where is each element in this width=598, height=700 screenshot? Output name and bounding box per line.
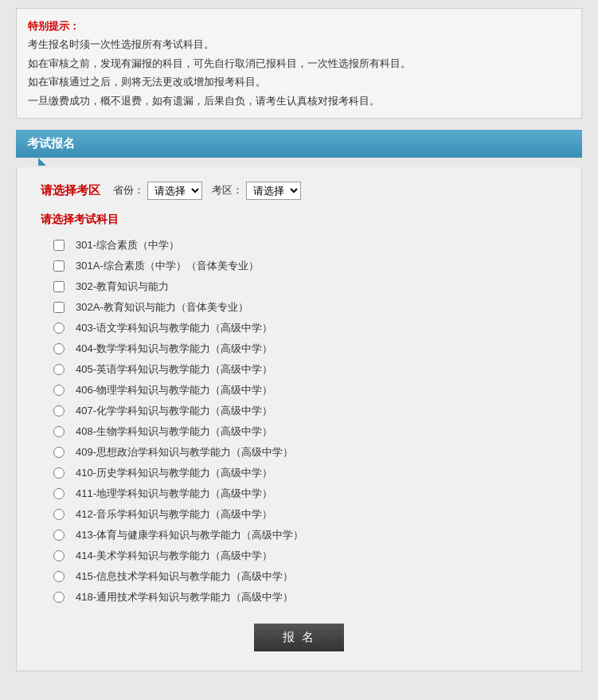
district-select[interactable]: 请选择 xyxy=(246,182,301,200)
subject-label-408: 408-生物学科知识与教学能力（高级中学） xyxy=(76,424,272,439)
subject-label-302: 302-教育知识与能力 xyxy=(76,280,169,294)
section-header-arrow xyxy=(38,158,46,166)
subject-label-412: 412-音乐学科知识与教学能力（高级中学） xyxy=(76,507,272,522)
subject-label-409: 409-思想政治学科知识与教学能力（高级中学） xyxy=(76,445,293,459)
district-field: 考区： 请选择 xyxy=(212,182,301,200)
subject-radio-414[interactable] xyxy=(53,550,64,561)
subject-title: 请选择考试科目 xyxy=(41,213,557,227)
list-item: 409-思想政治学科知识与教学能力（高级中学） xyxy=(41,442,557,463)
subject-radio-404[interactable] xyxy=(53,343,64,354)
list-item: 411-地理学科知识与教学能力（高级中学） xyxy=(41,483,557,504)
list-item: 404-数学学科知识与教学能力（高级中学） xyxy=(41,338,557,359)
notice-title: 特别提示： xyxy=(28,17,570,35)
section-header-wrapper: 考试报名 xyxy=(16,130,582,167)
subject-checkbox-301a[interactable] xyxy=(53,260,64,272)
arrow-wrapper xyxy=(16,158,582,167)
list-item: 301-综合素质（中学） xyxy=(41,235,557,256)
list-item: 408-生物学科知识与教学能力（高级中学） xyxy=(41,421,557,442)
subject-label-411: 411-地理学科知识与教学能力（高级中学） xyxy=(76,487,272,501)
subject-checkbox-302a[interactable] xyxy=(53,302,64,313)
notice-line-1: 考生报名时须一次性选报所有考试科目。 xyxy=(28,35,570,53)
province-label: 省份： xyxy=(113,183,144,197)
list-item: 414-美术学科知识与教学能力（高级中学） xyxy=(41,546,557,566)
region-row: 请选择考区 省份： 请选择 考区： 请选择 xyxy=(41,182,557,200)
subject-label-407: 407-化学学科知识与教学能力（高级中学） xyxy=(76,404,272,418)
subject-checkbox-301[interactable] xyxy=(53,240,64,251)
subject-label-418: 418-通用技术学科知识与教学能力（高级中学） xyxy=(76,590,293,604)
subject-radio-406[interactable] xyxy=(53,385,64,396)
subject-label-415: 415-信息技术学科知识与教学能力（高级中学） xyxy=(76,569,293,584)
notice-line-4: 一旦缴费成功，概不退费，如有遗漏，后果自负，请考生认真核对报考科目。 xyxy=(28,92,570,110)
list-item: 412-音乐学科知识与教学能力（高级中学） xyxy=(41,504,557,525)
list-item: 410-历史学科知识与教学能力（高级中学） xyxy=(41,463,557,483)
list-item: 301A-综合素质（中学）（音体美专业） xyxy=(41,256,557,276)
subject-radio-410[interactable] xyxy=(53,467,64,479)
subject-label-405: 405-英语学科知识与教学能力（高级中学） xyxy=(76,362,272,377)
subject-radio-405[interactable] xyxy=(53,364,64,375)
section-header: 考试报名 xyxy=(16,130,582,158)
province-select[interactable]: 请选择 xyxy=(147,182,202,200)
subject-label-301: 301-综合素质（中学） xyxy=(76,238,179,252)
district-label: 考区： xyxy=(212,183,243,197)
list-item: 407-化学学科知识与教学能力（高级中学） xyxy=(41,401,557,421)
subject-label-404: 404-数学学科知识与教学能力（高级中学） xyxy=(76,342,272,356)
list-item: 403-语文学科知识与教学能力（高级中学） xyxy=(41,318,557,338)
region-label: 请选择考区 xyxy=(41,183,100,198)
list-item: 302A-教育知识与能力（音体美专业） xyxy=(41,297,557,318)
subject-radio-403[interactable] xyxy=(53,323,64,334)
subject-checkbox-302[interactable] xyxy=(53,281,64,292)
subject-radio-408[interactable] xyxy=(53,426,64,437)
subject-radio-411[interactable] xyxy=(53,488,64,499)
notice-box: 特别提示： 考生报名时须一次性选报所有考试科目。 如在审核之前，发现有漏报的科目… xyxy=(16,8,582,119)
notice-line-2: 如在审核之前，发现有漏报的科目，可先自行取消已报科目，一次性选报所有科目。 xyxy=(28,54,570,72)
subject-radio-415[interactable] xyxy=(53,571,64,582)
button-row: 报 名 xyxy=(41,624,557,651)
subject-label-413: 413-体育与健康学科知识与教学能力（高级中学） xyxy=(76,528,303,542)
list-item: 413-体育与健康学科知识与教学能力（高级中学） xyxy=(41,525,557,546)
page-wrapper: 特别提示： 考生报名时须一次性选报所有考试科目。 如在审核之前，发现有漏报的科目… xyxy=(0,0,598,687)
list-item: 418-通用技术学科知识与教学能力（高级中学） xyxy=(41,587,557,608)
list-item: 405-英语学科知识与教学能力（高级中学） xyxy=(41,359,557,380)
list-item: 406-物理学科知识与教学能力（高级中学） xyxy=(41,380,557,401)
subject-label-414: 414-美术学科知识与教学能力（高级中学） xyxy=(76,549,272,563)
form-area: 请选择考区 省份： 请选择 考区： 请选择 请选择考试科目 301-综合素质（中… xyxy=(16,167,582,671)
list-item: 415-信息技术学科知识与教学能力（高级中学） xyxy=(41,566,557,587)
subject-radio-413[interactable] xyxy=(53,530,64,541)
subject-radio-409[interactable] xyxy=(53,447,64,458)
subject-label-302a: 302A-教育知识与能力（音体美专业） xyxy=(76,300,248,315)
subject-label-410: 410-历史学科知识与教学能力（高级中学） xyxy=(76,466,272,480)
register-button[interactable]: 报 名 xyxy=(254,624,343,651)
subject-radio-412[interactable] xyxy=(53,509,64,520)
province-field: 省份： 请选择 xyxy=(113,182,202,200)
subject-radio-407[interactable] xyxy=(53,405,64,416)
list-item: 302-教育知识与能力 xyxy=(41,276,557,297)
subject-label-403: 403-语文学科知识与教学能力（高级中学） xyxy=(76,321,272,335)
subject-label-301a: 301A-综合素质（中学）（音体美专业） xyxy=(76,259,259,273)
subject-radio-418[interactable] xyxy=(53,592,64,603)
section-header-label: 考试报名 xyxy=(27,136,75,151)
subject-list: 301-综合素质（中学） 301A-综合素质（中学）（音体美专业） 302-教育… xyxy=(41,235,557,608)
notice-line-3: 如在审核通过之后，则将无法更改或增加报考科目。 xyxy=(28,72,570,91)
subject-label-406: 406-物理学科知识与教学能力（高级中学） xyxy=(76,383,272,397)
